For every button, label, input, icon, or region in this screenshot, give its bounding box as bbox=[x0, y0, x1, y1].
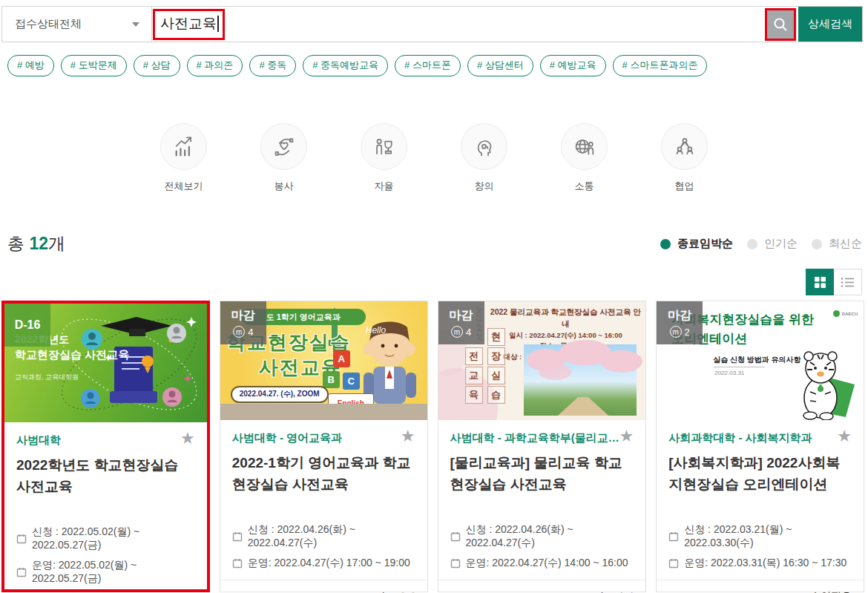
trophy-person-icon bbox=[372, 135, 396, 159]
calendar-icon bbox=[16, 567, 27, 577]
tag-chip[interactable]: # 상담센터 bbox=[467, 55, 533, 76]
category-item-creativity[interactable]: 창의 bbox=[461, 123, 507, 193]
sort-option-popularity[interactable]: 인기순 bbox=[747, 237, 798, 251]
chevron-down-icon bbox=[132, 22, 139, 27]
category-item-communication[interactable]: 소통 bbox=[561, 123, 608, 193]
calendar-icon bbox=[16, 534, 27, 544]
text-cursor bbox=[217, 16, 219, 32]
university-logo: DAECU bbox=[833, 310, 858, 317]
program-card[interactable]: 2022학년도 학교현장실습 사전교육 교직과정, 교육대학원 D-16 사범대… bbox=[1, 301, 210, 592]
grid-view-icon bbox=[814, 276, 826, 289]
card-category: 사범대학 bbox=[16, 433, 61, 448]
progress-section: 23/무제한 bbox=[438, 580, 646, 593]
operate-period: 운영: 2022.04.27(수) 17:00 ~ 19:00 bbox=[248, 557, 410, 570]
calendar-icon bbox=[450, 558, 461, 569]
logo-icon bbox=[833, 310, 840, 317]
favorite-star-icon[interactable]: ★ bbox=[837, 428, 852, 445]
card-thumbnail: 도 1학기 영어교육과 학교현장실습 사전교육 Hello A B C Engl… bbox=[220, 301, 427, 420]
program-card[interactable]: 2022 물리교육과 학교현장실습 사전교육 안내 일시 : 2022.04.2… bbox=[438, 301, 647, 592]
applicant-count: 23 bbox=[588, 590, 600, 593]
favorite-star-icon[interactable]: ★ bbox=[401, 428, 415, 445]
tag-chip[interactable]: # 예방 bbox=[7, 55, 54, 76]
progress-section: 36/무제한 bbox=[220, 580, 427, 593]
tag-chip[interactable]: # 중독예방교육 bbox=[303, 55, 388, 76]
tiger-mascot bbox=[788, 346, 859, 420]
category-item-autonomy[interactable]: 자율 bbox=[361, 123, 407, 193]
card-thumbnail: 2022학년도 학교현장실습 사전교육 교직과정, 교육대학원 D-16 bbox=[4, 304, 207, 422]
closed-badge: 마감 m4 bbox=[438, 301, 484, 344]
approval-required-label: 승인필요 bbox=[810, 590, 852, 593]
query-highlight-box: 사전교육 bbox=[153, 9, 225, 40]
advanced-search-button[interactable]: 상세검색 bbox=[798, 7, 862, 42]
card-title[interactable]: [물리교육과] 물리교육 학교현장실습 사전교육 bbox=[450, 453, 634, 517]
divider bbox=[713, 367, 765, 367]
mileage-icon: m bbox=[670, 326, 682, 338]
tag-chip[interactable]: # 스마트폰과의존 bbox=[613, 55, 708, 76]
card-title[interactable]: 2022학년도 학교현장실습 사전교육 bbox=[16, 455, 195, 519]
vertical-letters-right: 현 장 실 습 bbox=[487, 328, 505, 404]
card-category: 사범대학 - 과학교육학부(물리교… bbox=[450, 431, 619, 445]
category-label: 봉사 bbox=[274, 180, 294, 193]
category-label: 창의 bbox=[475, 180, 494, 193]
sort-option-newest[interactable]: 최신순 bbox=[812, 237, 862, 251]
program-card[interactable]: 도 1학기 영어교육과 학교현장실습 사전교육 Hello A B C Engl… bbox=[220, 301, 428, 592]
category-item-all[interactable]: 전체보기 bbox=[160, 123, 207, 193]
search-input[interactable]: 사전교육 bbox=[152, 7, 765, 42]
status-filter-label: 접수상태전체 bbox=[15, 17, 82, 31]
category-filter-row: 전체보기 봉사 자율 창의 bbox=[0, 123, 868, 193]
search-button[interactable] bbox=[765, 8, 796, 41]
card-title[interactable]: [사회복지학과] 2022사회복지현장실습 오리엔테이션 bbox=[668, 453, 852, 517]
status-filter-dropdown[interactable]: 접수상태전체 bbox=[2, 7, 152, 42]
operate-period: 운영: 2022.03.31(목) 16:30 ~ 17:30 bbox=[684, 557, 846, 570]
sort-option-deadline[interactable]: 종료임박순 bbox=[660, 237, 733, 251]
results-header: 총 12개 종료임박순 인기순 최신순 bbox=[7, 232, 862, 255]
thumb-text: 교직과정, 교육대학원 bbox=[15, 373, 79, 382]
mileage-icon: m bbox=[451, 326, 463, 338]
closed-badge: 마감 m4 bbox=[220, 301, 266, 344]
operate-period: 운영: 2022.04.27(수) 14:00 ~ 16:00 bbox=[466, 557, 628, 570]
category-label: 전체보기 bbox=[165, 180, 203, 193]
apply-period: 신청 : 2022.03.21(월) ~ 2022.03.30(수) bbox=[684, 523, 852, 550]
category-label: 협업 bbox=[675, 180, 694, 193]
favorite-star-icon[interactable]: ★ bbox=[619, 428, 634, 445]
creative-head-icon bbox=[473, 135, 496, 159]
operate-period: 운영: 2022.05.02(월) ~ 2022.05.27(금) bbox=[32, 559, 195, 586]
list-view-button[interactable] bbox=[834, 269, 862, 295]
applicant-count: 36 bbox=[369, 590, 381, 593]
card-category: 사범대학 - 영어교육과 bbox=[232, 431, 342, 445]
thumb-text: 학교현장실습 사전교육 bbox=[15, 348, 129, 362]
calendar-icon bbox=[232, 558, 243, 569]
calendar-icon bbox=[668, 531, 679, 542]
tag-chip[interactable]: # 스마트폰 bbox=[395, 55, 461, 76]
thumb-date: 2022.03.31 bbox=[714, 370, 744, 376]
list-view-icon bbox=[841, 277, 855, 288]
tag-chip-row: # 예방 # 도박문제 # 상담 # 과의존 # 중독 # 중독예방교육 # 스… bbox=[7, 55, 707, 76]
desk-strip bbox=[220, 404, 427, 420]
mileage-indicator: m4 bbox=[451, 326, 471, 338]
view-toggle bbox=[806, 269, 862, 295]
cherry-blossom-photo bbox=[524, 344, 637, 416]
mileage-indicator: m2 bbox=[670, 326, 690, 338]
abc-block: A bbox=[333, 350, 350, 367]
tag-chip[interactable]: # 과의존 bbox=[187, 55, 243, 76]
radio-dot-icon bbox=[812, 239, 822, 249]
tag-chip[interactable]: # 도박문제 bbox=[61, 55, 127, 76]
tag-chip[interactable]: # 상담 bbox=[134, 55, 180, 76]
mileage-icon: m bbox=[233, 326, 245, 338]
abc-block: C bbox=[343, 373, 360, 390]
radio-dot-icon bbox=[747, 239, 757, 249]
hands-heart-icon bbox=[272, 135, 296, 159]
category-item-collaboration[interactable]: 협업 bbox=[661, 123, 708, 193]
program-card[interactable]: 사회복지현장실습을 위한 오리엔테이션 DAECU 실습 신청 방법과 유의사항… bbox=[656, 301, 864, 592]
card-title[interactable]: 2022-1학기 영어교육과 학교현장실습 사전교육 bbox=[232, 453, 415, 517]
favorite-star-icon[interactable]: ★ bbox=[180, 430, 195, 447]
category-item-volunteer[interactable]: 봉사 bbox=[260, 123, 307, 193]
mileage-indicator: m4 bbox=[233, 326, 253, 338]
grid-view-button[interactable] bbox=[806, 269, 834, 295]
search-bar: 접수상태전체 사전교육 상세검색 bbox=[1, 6, 863, 42]
radio-dot-icon bbox=[660, 239, 671, 249]
category-label: 자율 bbox=[375, 180, 394, 193]
thumb-text: Hello bbox=[366, 325, 386, 335]
tag-chip[interactable]: # 중독 bbox=[249, 55, 296, 76]
tag-chip[interactable]: # 예방교육 bbox=[540, 55, 606, 76]
